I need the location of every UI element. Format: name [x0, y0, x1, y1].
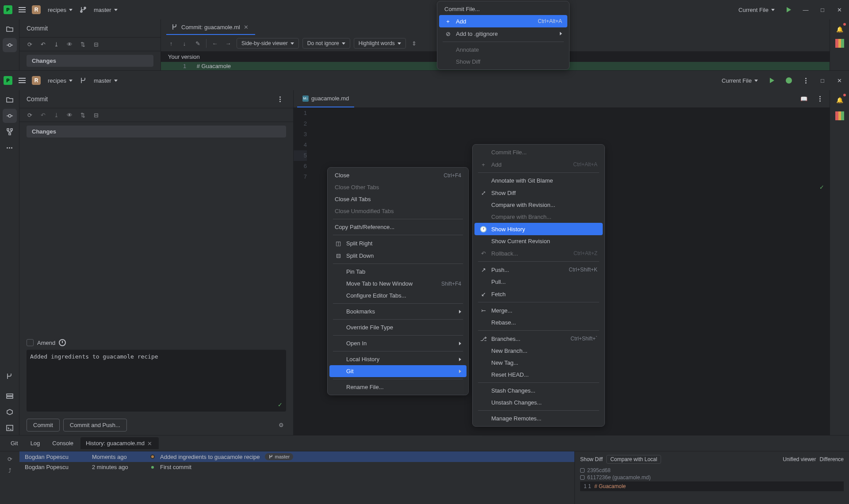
maximize-button[interactable]: □	[816, 4, 829, 16]
highlight-mode-select[interactable]: Highlight words	[354, 38, 406, 49]
more-button[interactable]	[799, 74, 812, 87]
menu-merge[interactable]: ⤚Merge...	[474, 304, 603, 317]
run-button[interactable]	[783, 4, 795, 16]
menu-rebase[interactable]: Rebase...	[474, 317, 603, 328]
more-tools-icon[interactable]	[3, 141, 17, 155]
main-menu-button[interactable]	[16, 74, 28, 87]
shelve-icon[interactable]: ⤓	[51, 39, 61, 49]
tab-git[interactable]: Git	[5, 437, 23, 449]
menu-fetch[interactable]: ↙Fetch	[474, 288, 603, 300]
terminal-tool-icon[interactable]	[3, 421, 17, 435]
menu-pull[interactable]: Pull...	[474, 276, 603, 288]
history-row[interactable]: Bogdan Popescu 2 minutes ago First commi…	[19, 462, 574, 472]
menu-copy-path[interactable]: Copy Path/Reference...	[329, 221, 467, 233]
changes-node[interactable]: Changes	[27, 55, 153, 67]
refresh-icon[interactable]: ⟳	[25, 39, 34, 49]
menu-new-tag[interactable]: New Tag...	[474, 357, 603, 369]
close-button[interactable]: ✕	[833, 74, 845, 87]
structure-tool-icon[interactable]	[3, 125, 17, 139]
bookshelf-icon[interactable]	[833, 109, 847, 123]
menu-push[interactable]: ↗Push...Ctrl+Shift+K	[474, 263, 603, 276]
tab-console[interactable]: Console	[47, 437, 79, 449]
collapse-unchanged-icon[interactable]: ⇕	[409, 38, 419, 48]
menu-branches[interactable]: ⎇Branches...Ctrl+Shift+`	[474, 332, 603, 345]
gear-icon[interactable]: ⚙	[276, 420, 286, 430]
shelve-icon[interactable]: ⤓	[51, 110, 61, 120]
menu-move-tab[interactable]: Move Tab to New WindowShift+F4	[329, 278, 467, 290]
more-tab-icon[interactable]	[814, 93, 826, 105]
menu-unstash[interactable]: Unstash Changes...	[474, 397, 603, 409]
tab-log[interactable]: Log	[25, 437, 46, 449]
menu-add[interactable]: + Add Ctrl+Alt+A	[439, 15, 567, 27]
menu-stash[interactable]: Stash Changes...	[474, 385, 603, 397]
undo-icon[interactable]: ←	[210, 38, 220, 48]
amend-checkbox[interactable]	[27, 339, 34, 346]
difference-select[interactable]: Difference	[820, 456, 844, 462]
ignore-mode-select[interactable]: Do not ignore	[302, 38, 350, 49]
commit-tool-icon[interactable]	[3, 38, 17, 52]
redo-icon[interactable]: →	[223, 38, 233, 48]
bookshelf-icon[interactable]	[833, 36, 847, 50]
menu-configure-tabs[interactable]: Configure Editor Tabs...	[329, 290, 467, 302]
close-button[interactable]: ✕	[833, 4, 845, 16]
menu-bookmarks[interactable]: Bookmarks	[329, 305, 467, 317]
next-diff-icon[interactable]: ↓	[180, 38, 189, 48]
menu-close-all[interactable]: Close All Tabs	[329, 193, 467, 205]
changes-node[interactable]: Changes	[27, 126, 286, 137]
reader-mode-icon[interactable]: 📖	[798, 93, 810, 105]
edit-icon[interactable]: ✎	[193, 38, 203, 48]
run-config-dropdown[interactable]: Current File	[718, 76, 761, 86]
group-by-icon[interactable]: ⊟	[91, 110, 101, 120]
folder-icon[interactable]	[3, 22, 17, 36]
menu-commit-file[interactable]: Commit File...	[439, 3, 567, 15]
menu-split-right[interactable]: ◫Split Right	[329, 237, 467, 249]
menu-show-history[interactable]: 🕐Show History	[474, 223, 603, 235]
menu-close[interactable]: CloseCtrl+F4	[329, 169, 467, 181]
menu-manage-remotes[interactable]: Manage Remotes...	[474, 412, 603, 424]
panel-options-icon[interactable]	[274, 93, 286, 105]
commit-message-input[interactable]	[30, 353, 283, 408]
unified-viewer-select[interactable]: Unified viewer	[783, 456, 816, 462]
run-button[interactable]	[766, 74, 778, 87]
changelist-icon[interactable]: ⇅	[78, 110, 88, 120]
menu-annotate-blame[interactable]: Annotate with Git Blame	[474, 175, 603, 187]
commit-button[interactable]: Commit	[27, 419, 60, 431]
debug-button[interactable]	[783, 74, 795, 87]
menu-split-down[interactable]: ⊟Split Down	[329, 249, 467, 262]
notifications-icon[interactable]: 🔔	[833, 93, 847, 107]
menu-new-branch[interactable]: New Branch...	[474, 345, 603, 357]
menu-override-type[interactable]: Override File Type	[329, 321, 467, 333]
diff-icon[interactable]: 👁	[65, 110, 74, 120]
vcs-tool-icon[interactable]	[3, 370, 17, 384]
commit-push-button[interactable]: Commit and Push...	[63, 419, 127, 431]
refresh-icon[interactable]: ⟳	[5, 454, 15, 464]
viewer-mode-select[interactable]: Side-by-side viewer	[237, 38, 299, 49]
menu-add-gitignore[interactable]: ⊘ Add to .gitignore	[439, 27, 567, 40]
menu-git[interactable]: Git	[329, 365, 467, 377]
history-row[interactable]: Bogdan Popescu Moments ago Added ingredi…	[19, 451, 574, 462]
group-icon[interactable]: ⇅	[78, 39, 88, 49]
editor-tab-guacamole[interactable]: M↓ guacamole.md	[297, 90, 354, 107]
main-menu-button[interactable]	[16, 4, 28, 16]
minimize-button[interactable]: —	[799, 4, 812, 16]
menu-show-current-revision[interactable]: Show Current Revision	[474, 235, 603, 247]
show-diff-action[interactable]: Show Diff	[580, 456, 603, 462]
close-icon[interactable]: ✕	[244, 24, 250, 30]
branch-dropdown[interactable]: master	[90, 76, 121, 86]
project-dropdown[interactable]: recipes	[44, 76, 76, 86]
project-tool-icon[interactable]	[3, 93, 17, 107]
diff-tab[interactable]: Commit: guacamole.ml ✕	[166, 20, 255, 35]
menu-reset-head[interactable]: Reset HEAD...	[474, 369, 603, 381]
menu-rename-file[interactable]: Rename File...	[329, 381, 467, 393]
menu-show-diff[interactable]: ⤢Show Diff	[474, 187, 603, 199]
rollback-icon[interactable]: ↶	[38, 39, 48, 49]
prev-diff-icon[interactable]: ↑	[166, 38, 176, 48]
notifications-icon[interactable]: 🔔	[833, 22, 847, 36]
project-dropdown[interactable]: recipes	[44, 5, 76, 15]
diff-icon[interactable]: 👁	[65, 39, 74, 49]
services-tool-icon[interactable]	[3, 389, 17, 403]
menu-local-history[interactable]: Local History	[329, 353, 467, 365]
commit-message-field[interactable]: ✓	[27, 350, 286, 412]
refresh-icon[interactable]: ⟳	[25, 110, 34, 120]
menu-open-in[interactable]: Open In	[329, 337, 467, 349]
